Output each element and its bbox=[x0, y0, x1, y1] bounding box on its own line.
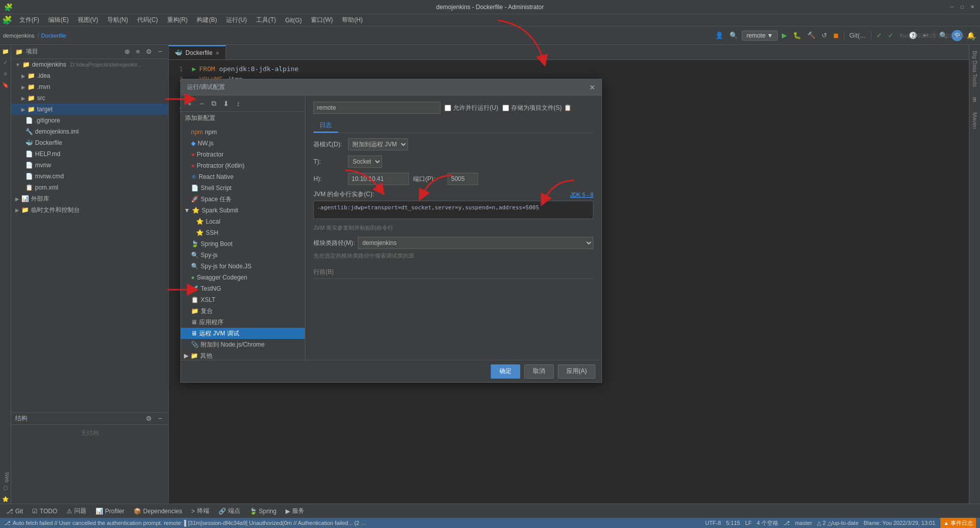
web-icon[interactable]: Web bbox=[0, 472, 11, 481]
big-data-tools-label[interactable]: Big Data Tools bbox=[971, 47, 979, 91]
add-config-button[interactable]: + bbox=[184, 98, 195, 109]
breadcrumb-file[interactable]: Dockerfile bbox=[41, 33, 66, 39]
git-button[interactable]: Git(... bbox=[847, 29, 868, 42]
breadcrumb-project[interactable]: demojenkins bbox=[3, 33, 35, 39]
tree-item-helpmd[interactable]: 📄 HELP.md bbox=[11, 148, 168, 160]
tab-log[interactable]: 日志 bbox=[313, 119, 338, 133]
config-application[interactable]: 🖥 应用程序 bbox=[181, 317, 305, 328]
structure-icon-left[interactable]: ≡ bbox=[1, 69, 10, 78]
tree-item-iml[interactable]: 🔧 demojenkins.iml bbox=[11, 126, 168, 137]
checkmark-green2[interactable]: ✓ bbox=[886, 29, 896, 42]
config-other-header[interactable]: ▶ 📁 其他 bbox=[181, 350, 305, 360]
menu-code[interactable]: 代码(C) bbox=[133, 15, 162, 25]
config-protractor-kotlin[interactable]: ● Protractor (Kotlin) bbox=[181, 160, 305, 171]
config-compound[interactable]: 📁 复合 bbox=[181, 305, 305, 317]
config-shell-script[interactable]: 📄 Shell Script bbox=[181, 182, 305, 194]
tree-item-mvnwcmd[interactable]: 📄 mvnw.cmd bbox=[11, 171, 168, 182]
tree-item-gitignore[interactable]: 📄 .gitignore bbox=[11, 115, 168, 126]
config-spark-ssh[interactable]: ⭐ SSH bbox=[181, 227, 305, 238]
config-spring-boot[interactable]: 🍃 Spring Boot bbox=[181, 238, 305, 250]
minimize-button[interactable]: ─ bbox=[949, 4, 956, 11]
menu-run[interactable]: 运行(U) bbox=[222, 15, 251, 25]
cancel-button[interactable]: 取消 bbox=[524, 364, 554, 379]
config-testng[interactable]: 🧪 TestNG bbox=[181, 283, 305, 294]
remote-selector[interactable]: remote ▼ bbox=[742, 30, 777, 41]
menu-tools[interactable]: 工具(T) bbox=[252, 15, 280, 25]
profile-icon[interactable]: 👤 bbox=[713, 29, 725, 42]
config-spark-local[interactable]: ⭐ Local bbox=[181, 216, 305, 227]
config-spyjs-node[interactable]: 🔍 Spy-js for Node.JS bbox=[181, 261, 305, 272]
close-button[interactable]: ✕ bbox=[969, 4, 976, 11]
run-button[interactable]: ▶ bbox=[780, 29, 789, 42]
search-everywhere-icon[interactable]: 🔍 bbox=[728, 29, 740, 42]
debug-button[interactable]: 🐛 bbox=[791, 29, 803, 42]
config-nwjs[interactable]: ◆ NW.js bbox=[181, 138, 305, 149]
tree-item-idea[interactable]: ▶ 📁 .idea bbox=[11, 70, 168, 81]
allow-parallel-checkbox[interactable] bbox=[445, 105, 451, 111]
config-remote-jvm[interactable]: 🖥 远程 JVM 调试 bbox=[181, 328, 305, 339]
tab-spring[interactable]: 🍃 Spring bbox=[245, 505, 281, 518]
tree-hide-icon[interactable]: − bbox=[156, 46, 164, 58]
config-protractor[interactable]: ● Protractor bbox=[181, 149, 305, 160]
structure-settings-icon[interactable]: ⚙ bbox=[144, 413, 154, 425]
config-swagger[interactable]: ● Swagger Codegen bbox=[181, 272, 305, 283]
menu-navigate[interactable]: 导航(N) bbox=[103, 15, 132, 25]
build-button[interactable]: 🔨 bbox=[805, 29, 817, 42]
remove-config-button[interactable]: − bbox=[196, 98, 207, 109]
menu-window[interactable]: 窗口(W) bbox=[307, 15, 337, 25]
menu-view[interactable]: 视图(V) bbox=[74, 15, 102, 25]
jdk-version-label[interactable]: JDK 5 - 8 bbox=[570, 192, 593, 198]
apply-button[interactable]: 应用(A) bbox=[558, 364, 595, 379]
tree-item-target[interactable]: ▶ 📁 target bbox=[11, 104, 168, 115]
menu-help[interactable]: 帮助(H) bbox=[338, 15, 367, 25]
move-config-button[interactable]: ⬇ bbox=[220, 98, 232, 109]
config-attach-nodejschrome[interactable]: 📎 附加到 Node.js/Chrome bbox=[181, 339, 305, 350]
config-xslt[interactable]: 📋 XSLT bbox=[181, 294, 305, 305]
commit-icon[interactable]: ✓ bbox=[1, 58, 10, 67]
tab-endpoint[interactable]: 🔗 端点 bbox=[214, 505, 244, 518]
maven-full-label[interactable]: Maven bbox=[971, 108, 979, 133]
stop-button[interactable]: ◼ bbox=[831, 29, 841, 42]
config-spark-submit-header[interactable]: ▼ ⭐ Spark Submit bbox=[181, 205, 305, 216]
bookmark-icon[interactable]: 🔖 bbox=[1, 80, 10, 89]
structure-hide-icon[interactable]: − bbox=[156, 413, 164, 425]
tab-profiler[interactable]: 📊 Profiler bbox=[91, 505, 129, 518]
maven-label[interactable]: m bbox=[971, 93, 979, 106]
run-gutter-1[interactable]: ▶ bbox=[189, 64, 199, 74]
status-indent[interactable]: 4 个空格 bbox=[757, 519, 778, 527]
tree-locate-icon[interactable]: ⊕ bbox=[122, 46, 132, 58]
transport-select[interactable]: Socket bbox=[348, 156, 382, 168]
menu-build[interactable]: 构建(B) bbox=[193, 15, 221, 25]
menu-file[interactable]: 文件(F) bbox=[15, 15, 43, 25]
tree-item-dockerfile[interactable]: 🐳 Dockerfile bbox=[11, 137, 168, 148]
debugger-mode-select[interactable]: 附加到远程 JVM bbox=[348, 138, 408, 150]
status-branch[interactable]: master bbox=[795, 520, 812, 526]
sort-config-button[interactable]: ↕ bbox=[233, 98, 244, 109]
tree-item-mvnw[interactable]: 📄 mvnw bbox=[11, 160, 168, 171]
tab-git[interactable]: ⎇ Git bbox=[2, 505, 27, 518]
status-line-sep[interactable]: LF bbox=[745, 520, 752, 526]
menu-refactor[interactable]: 重构(R) bbox=[163, 15, 192, 25]
tree-root[interactable]: ▼ 📁 demojenkins D:\IdeaProjects\demojenk… bbox=[11, 59, 168, 70]
menu-git[interactable]: Git(G) bbox=[281, 16, 306, 25]
tree-item-pomxml[interactable]: 📋 pom.xml bbox=[11, 182, 168, 193]
host-input[interactable] bbox=[348, 173, 409, 185]
tab-problem[interactable]: ⚠ 问题 bbox=[62, 505, 90, 518]
module-select[interactable]: demojenkins bbox=[358, 237, 593, 249]
config-spyjs[interactable]: 🔍 Spy-js bbox=[181, 250, 305, 261]
maximize-button[interactable]: □ bbox=[959, 4, 966, 11]
config-react-native[interactable]: ⚛ React Native bbox=[181, 171, 305, 182]
tab-dockerfile[interactable]: 🐳 Dockerfile ✕ bbox=[169, 45, 226, 59]
side-icon-extra1[interactable]: ⬡ bbox=[1, 483, 10, 492]
tree-item-external[interactable]: ▶ 📊 外部库 bbox=[11, 193, 168, 204]
refresh-button[interactable]: ↺ bbox=[819, 29, 829, 42]
store-as-file-checkbox[interactable] bbox=[502, 105, 509, 111]
confirm-button[interactable]: 确定 bbox=[491, 364, 520, 379]
tab-todo[interactable]: ☑ TODO bbox=[28, 505, 61, 518]
side-icon-extra2[interactable]: ⭐ bbox=[1, 494, 10, 504]
dialog-close-button[interactable]: ✕ bbox=[589, 83, 595, 91]
status-encoding[interactable]: UTF-8 bbox=[705, 520, 721, 526]
tab-close-button[interactable]: ✕ bbox=[215, 50, 219, 56]
checkmark-green[interactable]: ✓ bbox=[874, 29, 884, 42]
copy-config-button[interactable]: ⧉ bbox=[208, 98, 219, 109]
